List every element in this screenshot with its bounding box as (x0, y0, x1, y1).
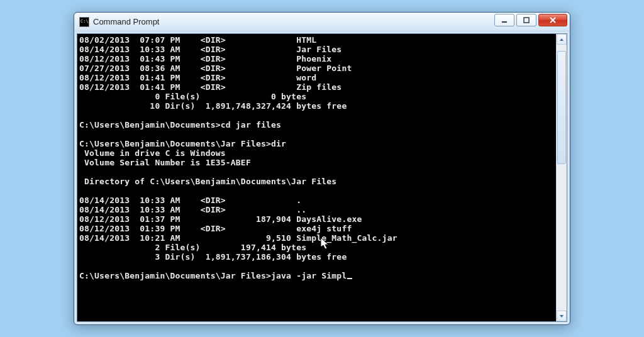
close-button[interactable] (538, 14, 567, 26)
maximize-icon (523, 17, 530, 23)
text-cursor (347, 278, 352, 279)
svg-marker-5 (560, 315, 564, 318)
terminal[interactable]: 08/02/2013 07:07 PM <DIR> HTML 08/14/201… (77, 34, 556, 321)
svg-rect-1 (524, 18, 529, 23)
client-area: 08/02/2013 07:07 PM <DIR> HTML 08/14/201… (74, 31, 570, 324)
svg-marker-4 (560, 38, 564, 41)
svg-rect-0 (502, 21, 507, 23)
cmd-icon-text: C:\ (80, 19, 89, 24)
scroll-down-button[interactable] (557, 311, 567, 321)
scroll-track[interactable] (557, 45, 567, 311)
chevron-up-icon (559, 37, 564, 42)
scroll-thumb[interactable] (557, 51, 566, 164)
close-icon (549, 17, 557, 23)
command-prompt-window: C:\ Command Prompt 08/02/2013 07:07 PM <… (74, 12, 570, 325)
minimize-button[interactable] (494, 14, 514, 26)
chevron-down-icon (559, 314, 564, 319)
window-controls (494, 14, 567, 26)
scroll-up-button[interactable] (557, 34, 567, 45)
vertical-scrollbar[interactable] (556, 34, 567, 321)
terminal-wrap: 08/02/2013 07:07 PM <DIR> HTML 08/14/201… (77, 33, 567, 322)
maximize-button[interactable] (516, 14, 536, 26)
window-title: Command Prompt (93, 17, 159, 26)
cmd-icon: C:\ (79, 17, 89, 27)
titlebar[interactable]: C:\ Command Prompt (74, 13, 570, 31)
minimize-icon (501, 17, 508, 23)
